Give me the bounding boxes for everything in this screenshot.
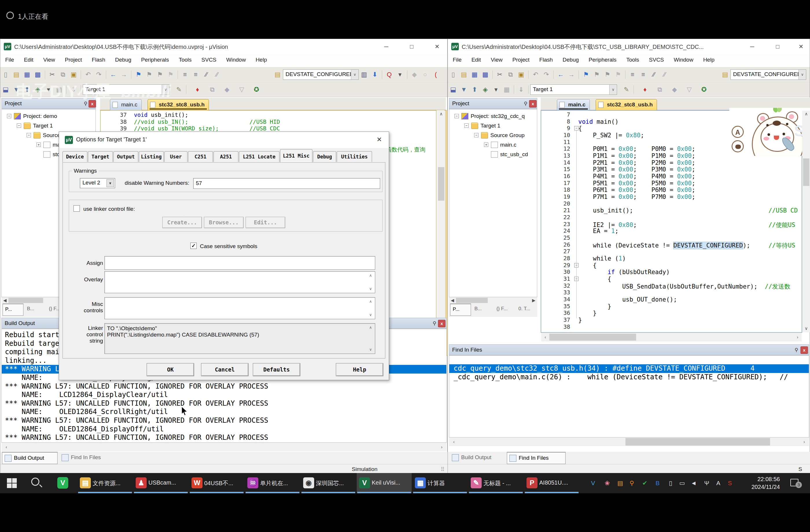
dialog-tabs[interactable]: DeviceTargetOutputListingUserC251A251L25… <box>62 149 386 162</box>
find-result-row[interactable]: cdc_query_demo\stc32_stc8_usb.h(34) : #d… <box>449 364 809 373</box>
search-combo[interactable]: DEVSTATE_CONFIGURED∨ <box>730 69 806 80</box>
dropdown-icon[interactable]: ▾ <box>491 84 501 95</box>
menu-file[interactable]: File <box>448 54 467 63</box>
dialog-tab-l251-misc[interactable]: L251 Misc <box>280 149 312 162</box>
bookmark-next-icon[interactable]: ⚑ <box>591 69 602 80</box>
assign-input[interactable] <box>104 256 375 270</box>
expand-icon[interactable]: + <box>484 143 488 147</box>
circle-gray-icon[interactable]: ○ <box>420 69 431 80</box>
maximize-button[interactable]: □ <box>774 43 782 51</box>
build-output-row[interactable]: NAME: LCD12864_DisplayClear/util <box>2 390 447 399</box>
pin-icon[interactable]: ⚲ <box>431 320 438 327</box>
new-file-icon[interactable]: ▯ <box>448 69 458 80</box>
menu-flash[interactable]: Flash <box>534 54 557 63</box>
maximize-button[interactable]: □ <box>408 43 416 51</box>
bottom-tab-find-in-files[interactable]: Find In Files <box>59 452 118 464</box>
bookmark-prev-icon[interactable]: ⚑ <box>602 69 613 80</box>
taskbar-app-7[interactable]: ✎无标题 - ... <box>468 473 523 493</box>
bookmark-icon[interactable]: ⚑ <box>133 69 144 80</box>
nav-back-icon[interactable]: ← <box>108 69 118 80</box>
disable-warning-input[interactable]: 57 <box>193 178 380 189</box>
panel-tab-0[interactable]: P... <box>450 303 471 316</box>
dialog-tab-listing[interactable]: Listing <box>139 151 164 162</box>
flag-ink-icon[interactable]: ♦ <box>639 84 650 95</box>
menu-view[interactable]: View <box>486 54 507 63</box>
notification-icon[interactable]: 3 <box>790 478 801 488</box>
left-bottom-tabs[interactable]: Build OutputFind In Files <box>0 452 448 465</box>
tray-search-icon[interactable]: ⚲ <box>627 479 636 487</box>
dialog-tab-user[interactable]: User <box>164 151 188 162</box>
edit-button[interactable]: Edit... <box>246 217 285 228</box>
outdent-icon[interactable]: ≡ <box>190 69 201 80</box>
overlay-input[interactable]: ∧∨ <box>104 271 375 293</box>
tray-mic-icon[interactable]: Ψ <box>702 479 711 487</box>
stop-build-icon[interactable]: ▦ <box>501 84 512 95</box>
dialog-tab-utilities[interactable]: Utilities <box>337 151 372 162</box>
bookmark-clear-icon[interactable]: ⚑ <box>613 69 623 80</box>
dialog-tab-l251-locate[interactable]: L251 Locate <box>239 151 279 162</box>
indent-icon[interactable]: ≡ <box>180 69 190 80</box>
right-project-hscroll[interactable]: ◀ ▶ <box>449 297 537 303</box>
dialog-tab-device[interactable]: Device <box>63 151 87 162</box>
menu-project[interactable]: Project <box>507 54 534 63</box>
copy-icon[interactable]: ⧉ <box>58 69 68 80</box>
build-output-hscroll[interactable]: ‹ › <box>1 443 447 451</box>
build-output-row[interactable]: *** WARNING L57: UNCALLED FUNCTION, IGNO… <box>2 433 447 442</box>
dialog-tab-target[interactable]: Target <box>88 151 113 162</box>
pin-icon[interactable]: ⚲ <box>793 347 800 354</box>
menu-debug[interactable]: Debug <box>110 54 136 63</box>
menu-edit[interactable]: Edit <box>19 54 38 63</box>
tray-doc-icon[interactable]: ▤ <box>616 479 625 487</box>
collapse-icon[interactable]: − <box>454 114 459 118</box>
expand-icon[interactable]: + <box>36 143 41 147</box>
menu-window[interactable]: Window <box>221 54 251 63</box>
save-icon[interactable]: ▦ <box>469 69 480 80</box>
build-output-row[interactable]: *** WARNING L57: UNCALLED FUNCTION, IGNO… <box>2 399 447 408</box>
panel-tab-1[interactable]: B... <box>472 303 493 316</box>
right-panel-tabs[interactable]: P...B...{} F...0. T... <box>449 303 537 317</box>
collapse-icon[interactable]: − <box>474 133 479 137</box>
diamond-icon[interactable]: ◆ <box>669 84 680 95</box>
undo-icon[interactable]: ↶ <box>530 69 541 80</box>
right-project-tree[interactable]: −Project: stc32g_cdc_q−Target 1−Source G… <box>449 109 537 297</box>
create-button[interactable]: Create... <box>162 217 202 228</box>
build-output-row[interactable]: *** WARNING L57: UNCALLED FUNCTION, IGNO… <box>2 416 447 425</box>
funnel-icon[interactable]: ▽ <box>236 84 247 95</box>
menu-svcs[interactable]: SVCS <box>644 54 669 63</box>
tray-sogou-icon[interactable]: S <box>725 479 734 487</box>
menu-file[interactable]: File <box>0 54 19 63</box>
find-q-icon[interactable]: Q <box>384 69 394 80</box>
right-editor-vscroll[interactable]: ∧ ∨ <box>802 111 810 332</box>
nav-back-icon[interactable]: ← <box>555 69 566 80</box>
menu-edit[interactable]: Edit <box>467 54 486 63</box>
menu-debug[interactable]: Debug <box>558 54 584 63</box>
copy-icon[interactable]: ⧉ <box>505 69 516 80</box>
dialog-tab-a251[interactable]: A251 <box>213 151 238 162</box>
tray-ime-a-icon[interactable]: A <box>714 479 723 487</box>
ok-button[interactable]: OK <box>147 363 194 376</box>
tray-usb-icon[interactable]: ▯ <box>666 479 675 487</box>
menu-window[interactable]: Window <box>669 54 698 63</box>
redo-icon[interactable]: ↷ <box>541 69 552 80</box>
misc-controls-input[interactable]: ∧∨ <box>104 297 375 319</box>
menu-peripherals[interactable]: Peripherals <box>584 54 621 63</box>
qarr-icon[interactable]: ▾ <box>394 69 405 80</box>
bottom-tab-find-in-files[interactable]: Find In Files <box>507 452 566 464</box>
find-result-row[interactable]: _cdc_query_demo\main.c(26) : while (Devi… <box>449 373 809 382</box>
taskbar-app-2[interactable]: W04USB不... <box>189 473 244 493</box>
find-in-target-icon[interactable]: ▥ <box>359 69 369 80</box>
save-icon[interactable]: ▦ <box>22 69 32 80</box>
bookmark-next-icon[interactable]: ⚑ <box>144 69 155 80</box>
dialog-close-icon[interactable]: ✕ <box>375 135 384 144</box>
use-linker-checkbox[interactable] <box>74 205 80 212</box>
bookmark-prev-icon[interactable]: ⚑ <box>155 69 165 80</box>
tray-volume-icon[interactable]: ◄ <box>689 479 698 487</box>
tray-flower-icon[interactable]: ❀ <box>603 479 612 487</box>
find-hscroll[interactable]: ‹ › <box>449 437 809 446</box>
paren-red-icon[interactable]: ( <box>431 69 441 80</box>
panel-tab-2[interactable]: {} F... <box>494 303 515 316</box>
bottom-tab-build-output[interactable]: Build Output <box>2 452 58 464</box>
fold-icon[interactable]: − <box>574 126 579 130</box>
minimize-button[interactable]: ─ <box>382 43 390 51</box>
new-file-icon[interactable]: ▯ <box>0 69 11 80</box>
